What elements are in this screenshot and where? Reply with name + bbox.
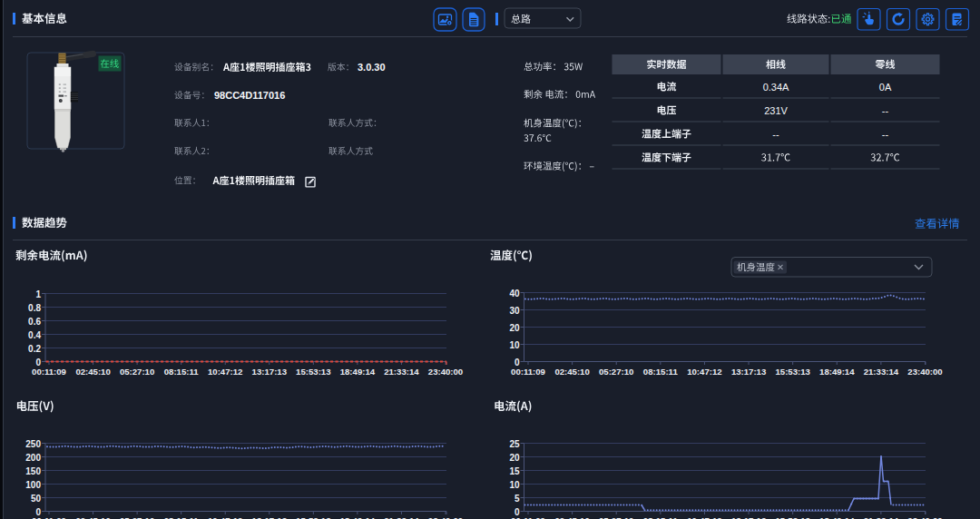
svg-text:15: 15 xyxy=(509,466,520,476)
svg-text:23:40:00: 23:40:00 xyxy=(907,515,942,519)
svg-text:25: 25 xyxy=(509,439,520,449)
svg-text:50: 50 xyxy=(31,494,42,504)
svg-text:05:27:10: 05:27:10 xyxy=(599,367,633,377)
svg-text:0.4: 0.4 xyxy=(28,330,41,340)
svg-text:10:47:12: 10:47:12 xyxy=(687,367,721,377)
svg-text:5: 5 xyxy=(514,494,520,504)
svg-text:15:53:13: 15:53:13 xyxy=(775,367,809,377)
svg-text:--: -- xyxy=(772,129,779,140)
svg-text:18:49:14: 18:49:14 xyxy=(819,515,855,519)
svg-text:05:27:10: 05:27:10 xyxy=(120,515,154,519)
svg-text:30: 30 xyxy=(509,306,520,316)
svg-text:10: 10 xyxy=(509,340,520,350)
svg-text:100: 100 xyxy=(25,480,41,490)
svg-text:10:47:12: 10:47:12 xyxy=(208,515,242,519)
svg-text:200: 200 xyxy=(25,453,41,463)
svg-text:0A: 0A xyxy=(879,82,892,93)
svg-text:13:17:13: 13:17:13 xyxy=(252,515,287,519)
svg-text:23:40:00: 23:40:00 xyxy=(907,367,942,377)
svg-text:00:11:09: 00:11:09 xyxy=(32,367,66,377)
svg-text:21:33:14: 21:33:14 xyxy=(384,367,419,377)
svg-text:02:45:10: 02:45:10 xyxy=(554,515,589,519)
svg-text:0.6: 0.6 xyxy=(28,317,41,327)
svg-text:23:40:00: 23:40:00 xyxy=(428,515,463,519)
svg-text:08:15:11: 08:15:11 xyxy=(643,515,679,519)
svg-text:00:11:09: 00:11:09 xyxy=(32,515,66,519)
svg-text:23:40:00: 23:40:00 xyxy=(428,367,463,377)
svg-text:98CC4D117016: 98CC4D117016 xyxy=(214,90,285,101)
svg-text:21:33:14: 21:33:14 xyxy=(864,367,899,377)
svg-text:05:27:10: 05:27:10 xyxy=(599,515,633,519)
svg-text:--: -- xyxy=(882,129,889,140)
svg-text:13:17:13: 13:17:13 xyxy=(731,367,766,377)
svg-text:08:15:11: 08:15:11 xyxy=(164,515,200,519)
svg-text:231V: 231V xyxy=(764,105,788,116)
svg-text:18:49:14: 18:49:14 xyxy=(340,367,376,377)
svg-text:250: 250 xyxy=(25,439,41,449)
svg-text:00:11:09: 00:11:09 xyxy=(511,367,545,377)
svg-text:--: -- xyxy=(882,105,889,116)
svg-text:0.2: 0.2 xyxy=(28,344,41,354)
svg-text:0.34A: 0.34A xyxy=(763,82,789,93)
svg-text:20: 20 xyxy=(509,453,520,463)
svg-text:08:15:11: 08:15:11 xyxy=(643,367,679,377)
svg-text:150: 150 xyxy=(25,466,41,476)
svg-text:10:47:12: 10:47:12 xyxy=(208,367,242,377)
svg-text:40: 40 xyxy=(509,289,520,299)
svg-text:0: 0 xyxy=(514,357,520,367)
svg-text:10:47:12: 10:47:12 xyxy=(687,515,721,519)
svg-text:0: 0 xyxy=(35,357,41,367)
svg-text:18:49:14: 18:49:14 xyxy=(340,515,376,519)
svg-text:18:49:14: 18:49:14 xyxy=(819,367,855,377)
svg-text:1: 1 xyxy=(35,289,41,299)
svg-text:21:33:14: 21:33:14 xyxy=(384,515,419,519)
svg-text:3.0.30: 3.0.30 xyxy=(358,62,386,73)
svg-text:15:53:13: 15:53:13 xyxy=(775,515,809,519)
svg-text:02:45:10: 02:45:10 xyxy=(554,367,589,377)
svg-text:20: 20 xyxy=(509,323,520,333)
svg-text:08:15:11: 08:15:11 xyxy=(164,367,200,377)
svg-text:02:45:10: 02:45:10 xyxy=(75,367,110,377)
svg-text:02:45:10: 02:45:10 xyxy=(75,515,110,519)
svg-text:0.8: 0.8 xyxy=(28,303,41,313)
svg-text:21:33:14: 21:33:14 xyxy=(864,515,899,519)
svg-text:13:17:13: 13:17:13 xyxy=(252,367,287,377)
svg-text:15:53:13: 15:53:13 xyxy=(296,367,330,377)
svg-text:13:17:13: 13:17:13 xyxy=(731,515,766,519)
svg-text:15:53:13: 15:53:13 xyxy=(296,515,330,519)
svg-text:05:27:10: 05:27:10 xyxy=(120,367,154,377)
svg-text:10: 10 xyxy=(509,480,520,490)
svg-text:00:11:09: 00:11:09 xyxy=(511,515,545,519)
